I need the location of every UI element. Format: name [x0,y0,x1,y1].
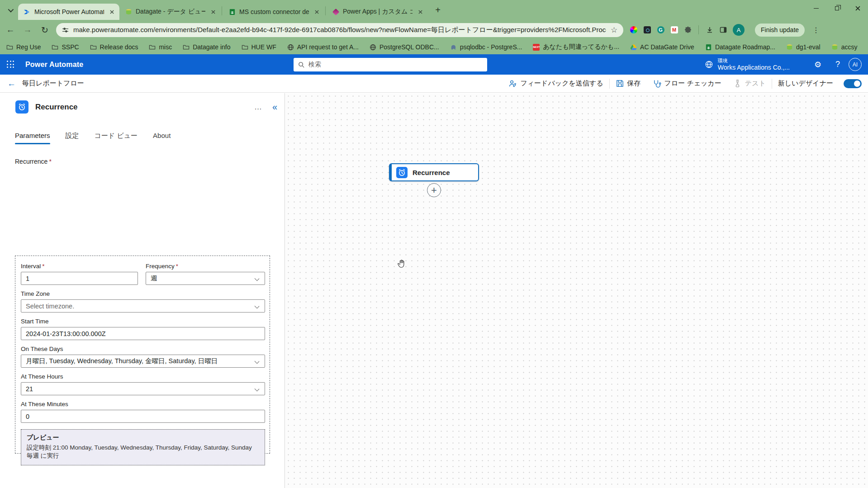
bookmark-item[interactable]: NEXTあなたも間違ってるかも... [533,43,619,51]
new-tab-button[interactable]: + [432,4,444,16]
restore-button[interactable] [826,0,847,16]
folder-icon [183,44,190,51]
tab-close-button[interactable] [416,8,424,16]
tab-settings[interactable]: 設定 [66,132,79,144]
bookmark-item[interactable]: API request to get A... [287,43,359,51]
tab-search-button[interactable] [4,4,16,16]
downloads-icon[interactable] [706,26,713,34]
extensions-puzzle-icon[interactable] [684,26,692,34]
tab-power-automate[interactable]: Microsoft Power Automate [18,4,119,20]
save-button[interactable]: 保存 [610,75,647,93]
url-text: make.powerautomate.com/environments/Defa… [73,26,606,34]
new-designer-toggle[interactable] [844,79,862,88]
divider [698,25,699,34]
user-avatar[interactable]: AI [849,58,862,71]
tab-about[interactable]: About [153,132,171,144]
bookmark-item[interactable]: PostgreSQL ODBC... [370,43,439,51]
timezone-select[interactable]: Select timezone. [21,299,265,313]
section-label: Recurrence* [15,158,285,165]
tab-close-button[interactable] [313,8,321,16]
minimize-button[interactable] [806,0,826,16]
mail-extension-icon[interactable]: M [670,26,678,34]
at-these-hours-select[interactable]: 21 [21,382,265,395]
datagate-favicon [125,8,132,15]
browser-tab-strip: Microsoft Power Automate Datagate - データ … [0,0,868,20]
panel-title: Recurrence [35,103,78,112]
forward-button[interactable]: → [21,23,34,37]
sheets-favicon [228,8,236,15]
tab-power-apps[interactable]: Power Apps | カスタム コネクタ [327,4,428,20]
bookmark-item[interactable]: Reg Use [6,43,41,51]
flow-checker-button[interactable]: フロー チェッカー [647,75,727,93]
folder-icon [90,44,97,51]
tab-close-button[interactable] [209,8,217,16]
tab-separator [325,6,326,15]
chevron-down-icon [255,276,260,281]
bookmark-item[interactable]: dg1-eval [786,43,821,51]
environment-picker[interactable]: 環境 Works Applications Co.,... [705,58,790,71]
at-these-hours-field: At These Hours 21 [21,373,264,395]
tab-ms-custom-connector[interactable]: MS custom connector demo m [223,4,324,20]
bookmark-item[interactable]: SSPC [52,43,79,51]
back-button[interactable]: ← [4,23,17,37]
back-to-flows-button[interactable]: ← [7,79,16,89]
settings-gear-icon[interactable]: ⚙ [808,54,828,75]
tab-datagate[interactable]: Datagate - データ ビューアー [119,4,221,20]
colorwheel-extension-icon[interactable] [630,26,637,34]
window-controls [806,0,868,16]
browser-menu-icon[interactable]: ⋮ [812,26,820,34]
search-placeholder: 検索 [308,61,321,69]
at-these-minutes-input[interactable]: 0 [21,410,265,423]
bookmarks-bar: Reg Use SSPC Release docs misc Datagate … [0,40,868,54]
bookmark-star-icon[interactable]: ☆ [610,26,618,34]
environment-name: Works Applications Co.,... [718,64,790,71]
finish-update-button[interactable]: Finish update [755,24,805,37]
bookmark-item[interactable]: Datagate Roadmap... [705,43,775,51]
react-devtools-extension-icon[interactable] [643,26,651,34]
reload-button[interactable]: ↻ [38,23,52,37]
test-flask-icon [733,79,742,88]
browser-profile-avatar[interactable]: A [733,24,745,36]
preview-box: プレビュー 設定時刻 21:00 Monday, Tuesday, Wednes… [21,429,265,465]
bookmark-item[interactable]: psqlodbc - PostgreS... [450,43,522,51]
start-time-field: Start Time 2024-01-23T13:00:00.000Z [21,318,264,340]
new-designer-label: 新しいデザイナー [772,75,839,93]
flow-canvas[interactable]: Recurrence + [285,93,868,488]
side-panel-icon[interactable] [719,26,727,34]
grammar-extension-icon[interactable]: G [657,26,664,34]
on-these-days-field: On These Days 月曜日, Tuesday, Wednesday, T… [21,346,264,368]
bookmark-item[interactable]: HUE WF [242,43,276,51]
tab-parameters[interactable]: Parameters [15,132,50,144]
tab-code-view[interactable]: コード ビュー [95,132,138,144]
bookmark-item[interactable]: misc [149,43,172,51]
tab-close-button[interactable] [108,8,116,16]
close-button[interactable] [847,0,868,16]
address-bar[interactable]: make.powerautomate.com/environments/Defa… [56,23,623,37]
test-button[interactable]: テスト [727,75,772,93]
folder-icon [149,44,156,51]
help-icon[interactable]: ? [828,54,848,75]
bookmark-item[interactable]: AC DataGate Drive [630,43,694,51]
on-these-days-select[interactable]: 月曜日, Tuesday, Wednesday, Thursday, 金曜日, … [21,355,265,368]
waffle-menu-icon[interactable] [7,61,14,68]
power-automate-favicon [24,8,31,15]
add-action-button[interactable]: + [427,183,441,197]
interval-input[interactable]: 1 [21,272,138,285]
tab-title: MS custom connector demo m [239,8,309,15]
send-feedback-button[interactable]: フィードバックを送信する [503,75,609,93]
start-time-input[interactable]: 2024-01-23T13:00:00.000Z [21,327,265,340]
frequency-select[interactable]: 週 [146,272,265,285]
bookmark-item[interactable]: accsy [831,43,858,51]
elephant-icon [450,44,457,51]
global-search-input[interactable]: 検索 [294,58,487,71]
bookmark-item[interactable]: Datagate info [183,43,230,51]
panel-menu-icon[interactable]: … [254,103,262,112]
recurrence-node[interactable]: Recurrence [389,163,479,181]
drive-icon [630,44,637,51]
globe-icon [370,44,376,51]
app-title[interactable]: Power Automate [25,61,83,69]
tab-title: Microsoft Power Automate [34,8,104,15]
panel-collapse-icon[interactable]: « [272,102,277,112]
bookmark-item[interactable]: Release docs [90,43,138,51]
site-settings-icon[interactable] [62,26,69,34]
